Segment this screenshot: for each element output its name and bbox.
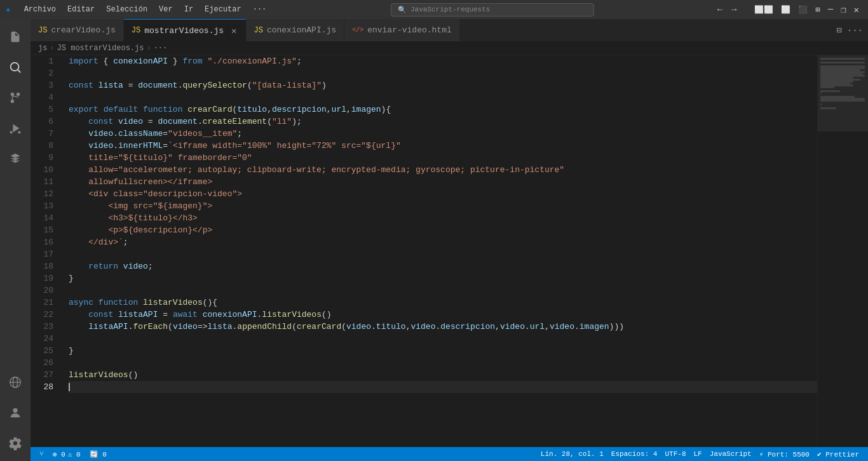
minimap[interactable] xyxy=(817,55,868,447)
status-sync[interactable]: 🔄 0 xyxy=(86,447,111,461)
activity-files-icon[interactable] xyxy=(0,22,31,52)
status-line-ending[interactable]: LF xyxy=(690,450,706,458)
line-number: 25 xyxy=(31,345,58,357)
menu-ver[interactable]: Ver xyxy=(154,4,178,15)
status-language[interactable]: JavaScript xyxy=(706,450,756,458)
code-line: const lista = document.querySelector("[d… xyxy=(69,79,817,91)
line-number: 23 xyxy=(31,321,58,333)
code-line: allowfullscreen></iframe> xyxy=(69,176,817,188)
breadcrumb-sep-2: › xyxy=(146,44,151,53)
grid-layout-button[interactable]: ⊞ xyxy=(811,4,824,16)
code-editor[interactable]: import { conexionAPI } from "./conexionA… xyxy=(64,55,817,447)
window-controls: ⬜⬜ ⬜ ⬛ ⊞ ─ ❐ ✕ xyxy=(750,3,863,17)
menu-archivo[interactable]: Archivo xyxy=(19,4,61,15)
line-number: 18 xyxy=(31,260,58,272)
tab-close-button[interactable]: ✕ xyxy=(230,25,238,37)
line-number: 3 xyxy=(31,79,58,91)
sync-text: 🔄 0 xyxy=(90,450,107,458)
layout-toggle-button[interactable]: ⬜⬜ xyxy=(750,4,777,16)
tab-enviarVideo[interactable]: </> enviar-video.html xyxy=(344,19,460,41)
line-number: 20 xyxy=(31,284,58,297)
search-icon: 🔍 xyxy=(398,6,407,14)
tab-conexionAPI[interactable]: JS conexionAPI.js xyxy=(247,19,345,41)
panel-button[interactable]: ⬜ xyxy=(777,4,794,16)
activity-bar-bottom xyxy=(0,367,31,461)
line-number: 28 xyxy=(31,381,58,393)
minimize-button[interactable]: ─ xyxy=(824,3,837,16)
breadcrumb-part-file[interactable]: JS mostrarVideos.js xyxy=(57,44,144,53)
svg-rect-6 xyxy=(18,131,21,134)
code-line: <h3>${titulo}</h3> xyxy=(69,212,817,224)
language-text: JavaScript xyxy=(710,450,752,458)
close-button[interactable]: ✕ xyxy=(850,3,863,17)
line-ending-text: LF xyxy=(694,450,702,458)
tab-label: mostrarVideos.js xyxy=(144,26,224,36)
line-number: 15 xyxy=(31,224,58,236)
code-line: import { conexionAPI } from "./conexionA… xyxy=(69,55,817,67)
status-spaces[interactable]: Espacios: 4 xyxy=(607,450,661,458)
svg-line-1 xyxy=(18,70,20,72)
code-line xyxy=(69,284,817,297)
menu-ejecutar[interactable]: Ejecutar xyxy=(200,4,247,15)
activity-settings-icon[interactable] xyxy=(0,428,31,458)
global-search-box[interactable]: 🔍 JavaScript-requests xyxy=(391,3,594,17)
prettier-text: ✔ Prettier xyxy=(817,450,859,458)
line-number: 1 xyxy=(31,55,58,67)
tab-label: crearVideo.js xyxy=(51,25,115,35)
git-branch-icon: ⑂ xyxy=(39,450,44,458)
split-editor-icon[interactable]: ⊟ xyxy=(836,25,841,36)
activity-source-control-icon[interactable] xyxy=(0,83,31,113)
breadcrumb-part-js[interactable]: js xyxy=(38,44,47,53)
search-text: JavaScript-requests xyxy=(410,6,490,13)
tab-crearVideo[interactable]: JS crearVideo.js xyxy=(31,19,124,41)
line-number: 13 xyxy=(31,200,58,212)
titlebar: ✦ Archivo Editar Selección Ver Ir Ejecut… xyxy=(0,0,868,19)
restore-button[interactable]: ❐ xyxy=(837,3,850,17)
code-line: </div>`; xyxy=(69,236,817,248)
menu-more[interactable]: ··· xyxy=(248,4,272,15)
breadcrumb: js › JS mostrarVideos.js › ··· xyxy=(31,41,868,55)
line-number: 4 xyxy=(31,91,58,104)
code-line xyxy=(69,67,817,79)
nav-back-button[interactable]: ← xyxy=(714,3,726,16)
tabs-bar: JS crearVideo.js JS mostrarVideos.js ✕ J… xyxy=(31,19,868,41)
activity-remote-icon[interactable] xyxy=(0,367,31,398)
menu-editar[interactable]: Editar xyxy=(62,4,100,15)
line-number: 17 xyxy=(31,248,58,260)
code-line: export default function crearCard(titulo… xyxy=(69,104,817,116)
activity-extensions-icon[interactable] xyxy=(0,144,31,174)
more-tabs-icon[interactable]: ··· xyxy=(847,25,863,36)
line-number: 8 xyxy=(31,140,58,152)
editor-area: JS crearVideo.js JS mostrarVideos.js ✕ J… xyxy=(31,19,868,461)
status-prettier[interactable]: ✔ Prettier xyxy=(813,450,863,458)
menu-ir[interactable]: Ir xyxy=(179,4,198,15)
code-line: listarVideos() xyxy=(69,369,817,381)
activity-bar xyxy=(0,19,31,461)
activity-account-icon[interactable] xyxy=(0,398,31,428)
sidebar-button[interactable]: ⬛ xyxy=(794,4,811,16)
activity-search-icon[interactable] xyxy=(0,52,31,83)
status-errors[interactable]: ⊗ 0 ⚠ 0 xyxy=(49,447,85,461)
code-line xyxy=(69,333,817,345)
nav-forward-button[interactable]: → xyxy=(728,3,740,16)
minimap-slider[interactable] xyxy=(818,55,868,131)
line-number: 9 xyxy=(31,152,58,164)
line-number: 22 xyxy=(31,309,58,321)
line-number: 5 xyxy=(31,104,58,116)
status-git-branch[interactable]: ⑂ xyxy=(36,447,48,461)
menu-seleccion[interactable]: Selección xyxy=(101,4,153,15)
line-number: 24 xyxy=(31,333,58,345)
code-line: <div class="descripcion-video"> xyxy=(69,188,817,200)
svg-point-0 xyxy=(11,63,19,71)
breadcrumb-part-more[interactable]: ··· xyxy=(154,44,168,53)
tab-mostrarVideos[interactable]: JS mostrarVideos.js ✕ xyxy=(124,19,247,41)
status-port[interactable]: ⚡ Port: 5500 xyxy=(756,450,813,458)
code-line: async function listarVideos(){ xyxy=(69,297,817,309)
line-number: 16 xyxy=(31,236,58,248)
status-encoding[interactable]: UTF-8 xyxy=(661,450,689,458)
code-line: } xyxy=(69,345,817,357)
status-position[interactable]: Lín. 28, col. 1 xyxy=(537,450,607,458)
svg-point-4 xyxy=(11,93,15,97)
activity-run-icon[interactable] xyxy=(0,113,31,144)
titlebar-search-area: 🔍 JavaScript-requests xyxy=(276,3,708,17)
